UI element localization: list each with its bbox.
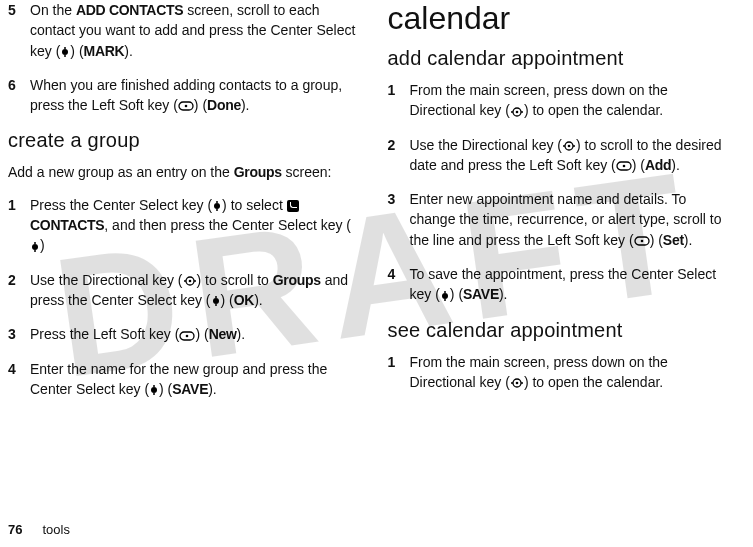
text: ) to select: [222, 197, 287, 213]
svg-point-36: [442, 293, 448, 299]
directional-key-icon: [510, 377, 524, 389]
text: ) (: [70, 43, 83, 59]
svg-point-37: [444, 299, 446, 301]
text: ) to open the calendar.: [524, 102, 663, 118]
columns: 5 On the ADD CONTACTS screen, scroll to …: [8, 0, 735, 495]
ui-label: Set: [663, 232, 684, 248]
svg-point-0: [64, 47, 66, 49]
text: ) to open the calendar.: [524, 374, 663, 390]
text: Use the Directional key (: [410, 137, 563, 153]
svg-point-34: [640, 240, 643, 243]
page: DRAFT 5 On the ADD CONTACTS screen, scro…: [0, 0, 753, 547]
text: ) (: [221, 292, 234, 308]
step-text: From the main screen, press down on the …: [410, 352, 736, 393]
step-3: 3 Enter new appointment name and details…: [388, 189, 736, 250]
svg-point-1: [62, 49, 68, 55]
text: ).: [254, 292, 263, 308]
svg-point-2: [64, 55, 66, 57]
center-select-key-icon: [30, 241, 40, 253]
svg-point-20: [153, 385, 155, 387]
center-select-key-icon: [211, 295, 221, 307]
step-number: 6: [8, 75, 30, 116]
directional-key-icon: [183, 275, 197, 287]
ui-label: ADD CONTACTS: [76, 2, 183, 18]
text: ).: [208, 381, 217, 397]
heading-add-appointment: add calendar appointment: [388, 47, 736, 70]
text: ).: [499, 286, 508, 302]
step-1: 1 Press the Center Select key () to sele…: [8, 195, 356, 256]
soft-key-icon: [178, 101, 194, 111]
center-select-key-icon: [60, 46, 70, 58]
svg-point-17: [215, 304, 217, 306]
directional-key-icon: [510, 106, 524, 118]
step-3: 3 Press the Left Soft key () (New).: [8, 324, 356, 344]
step-text: Enter the name for the new group and pre…: [30, 359, 356, 400]
step-text: From the main screen, press down on the …: [410, 80, 736, 121]
ui-label: MARK: [84, 43, 125, 59]
text: ) (: [450, 286, 463, 302]
page-number: 76: [8, 522, 22, 537]
svg-point-30: [573, 145, 575, 147]
step-1: 1 From the main screen, press down on th…: [388, 352, 736, 393]
text: Use the Directional key (: [30, 272, 183, 288]
svg-point-26: [521, 111, 523, 113]
ui-label: Groups: [273, 272, 321, 288]
step-1: 1 From the main screen, press down on th…: [388, 80, 736, 121]
text: ) (: [632, 157, 645, 173]
step-4: 4 Enter the name for the new group and p…: [8, 359, 356, 400]
svg-point-29: [568, 145, 571, 148]
svg-point-7: [216, 209, 218, 211]
svg-point-8: [34, 242, 36, 244]
text: Press the Left Soft key (: [30, 326, 179, 342]
step-number: 3: [8, 324, 30, 344]
heading-calendar: calendar: [388, 0, 736, 37]
text: ): [40, 237, 45, 253]
svg-point-19: [186, 334, 189, 337]
step-text: Press the Center Select key () to select…: [30, 195, 356, 256]
ui-label: New: [209, 326, 237, 342]
step-6: 6 When you are finished adding contacts …: [8, 75, 356, 116]
ui-label: Done: [207, 97, 241, 113]
svg-point-13: [188, 280, 191, 283]
text: ).: [124, 43, 133, 59]
step-number: 2: [388, 135, 410, 176]
text: Add a new group as an entry on the: [8, 164, 234, 180]
step-number: 1: [8, 195, 30, 256]
svg-point-14: [194, 280, 196, 282]
text: ).: [684, 232, 693, 248]
text: ).: [237, 326, 246, 342]
step-text: On the ADD CONTACTS screen, scroll to ea…: [30, 0, 356, 61]
step-number: 1: [388, 80, 410, 121]
step-number: 2: [8, 270, 30, 311]
text: ).: [671, 157, 680, 173]
step-number: 5: [8, 0, 30, 61]
heading-create-group: create a group: [8, 129, 356, 152]
svg-point-40: [516, 382, 519, 385]
ui-label: SAVE: [463, 286, 499, 302]
step-number: 4: [388, 264, 410, 305]
step-5: 5 On the ADD CONTACTS screen, scroll to …: [8, 0, 356, 61]
step-text: Use the Directional key () to scroll to …: [410, 135, 736, 176]
heading-see-appointment: see calendar appointment: [388, 319, 736, 342]
svg-point-25: [516, 110, 519, 113]
step-text: Enter new appointment name and details. …: [410, 189, 736, 250]
center-select-key-icon: [149, 384, 159, 396]
text: ) (: [194, 97, 207, 113]
svg-point-41: [521, 382, 523, 384]
svg-point-21: [151, 387, 157, 393]
step-number: 1: [388, 352, 410, 393]
step-4: 4 To save the appointment, press the Cen…: [388, 264, 736, 305]
text: Press the Center Select key (: [30, 197, 212, 213]
text: ).: [241, 97, 250, 113]
text: ) (: [650, 232, 663, 248]
svg-point-16: [213, 298, 219, 304]
contacts-icon: [287, 200, 299, 212]
step-text: Use the Directional key () to scroll to …: [30, 270, 356, 311]
step-number: 3: [388, 189, 410, 250]
svg-point-35: [444, 291, 446, 293]
svg-point-9: [32, 244, 38, 250]
soft-key-icon: [634, 236, 650, 246]
ui-label: Add: [645, 157, 671, 173]
ui-label: Groups: [234, 164, 282, 180]
step-text: When you are finished adding contacts to…: [30, 75, 356, 116]
